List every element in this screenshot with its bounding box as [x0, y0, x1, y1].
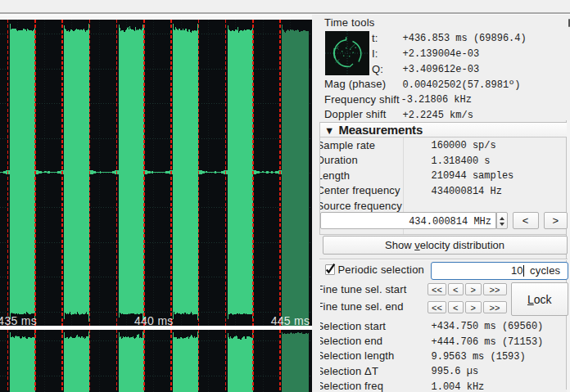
svg-text:445 ms: 445 ms — [271, 314, 310, 327]
svg-text:435 ms: 435 ms — [0, 314, 37, 327]
svg-text:440 ms: 440 ms — [134, 314, 174, 327]
